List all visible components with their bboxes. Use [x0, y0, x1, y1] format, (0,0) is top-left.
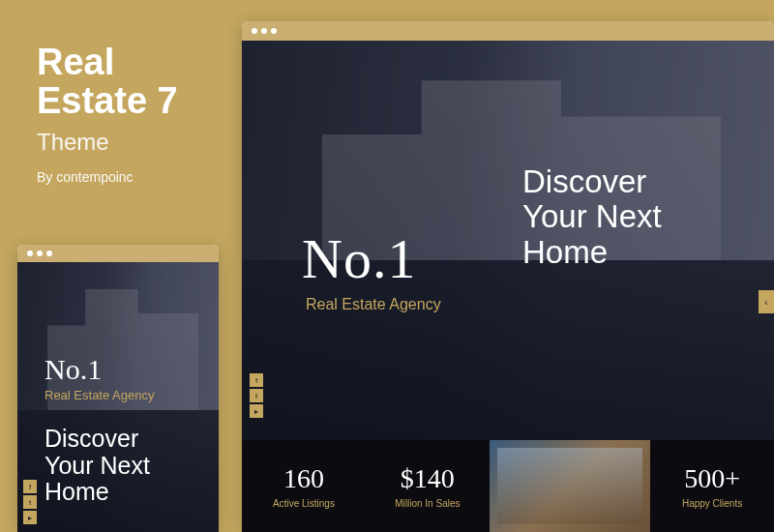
- hero-section: No.1 Real Estate Agency Discover Your Ne…: [17, 262, 219, 532]
- agency-tagline: Real Estate Agency: [306, 296, 441, 313]
- product-subtitle: Theme: [37, 129, 178, 156]
- product-title: Real Estate 7: [37, 44, 178, 121]
- product-byline: By contempoinc: [37, 169, 178, 185]
- hero-headline: Discover Your Next Home: [522, 164, 662, 270]
- stat-number: 160: [283, 463, 324, 494]
- stat-label: Happy Clients: [682, 498, 742, 509]
- facebook-icon[interactable]: f: [23, 480, 37, 493]
- headline-line-1: Discover: [522, 163, 646, 199]
- product-info: Real Estate 7 Theme By contempoinc: [37, 44, 178, 185]
- facebook-icon[interactable]: f: [250, 373, 263, 387]
- traffic-light-icon: [252, 28, 257, 34]
- hero-content: No.1 Real Estate Agency Discover Your Ne…: [17, 262, 219, 532]
- stat-million-sales: $140 Million In Sales: [366, 440, 490, 532]
- rank-heading: No.1: [45, 353, 199, 386]
- title-line-1: Real: [37, 42, 114, 82]
- youtube-icon[interactable]: ▸: [250, 404, 263, 418]
- headline-line-2: Your Next: [522, 198, 662, 234]
- mobile-preview-window: No.1 Real Estate Agency Discover Your Ne…: [17, 245, 219, 532]
- stat-number: 500+: [684, 463, 740, 494]
- window-titlebar: [242, 21, 774, 41]
- hero-headline: Discover Your Next Home: [45, 426, 199, 506]
- traffic-light-icon: [271, 28, 277, 34]
- stat-label: Million In Sales: [395, 498, 460, 509]
- title-line-2: Estate 7: [37, 80, 178, 121]
- twitter-icon[interactable]: t: [23, 495, 37, 509]
- stat-happy-clients: 500+ Happy Clients: [650, 440, 774, 532]
- social-buttons: f t ▸: [250, 373, 263, 418]
- window-titlebar: [17, 245, 219, 262]
- twitter-icon[interactable]: t: [250, 389, 263, 402]
- traffic-light-icon: [261, 28, 267, 34]
- stat-number: $140: [401, 463, 455, 494]
- headline-line-3: Home: [522, 234, 608, 270]
- hero-section: No.1 Real Estate Agency Discover Your Ne…: [242, 41, 774, 440]
- desktop-preview-window: No.1 Real Estate Agency Discover Your Ne…: [242, 21, 774, 532]
- traffic-light-icon: [37, 251, 43, 256]
- stats-row: 160 Active Listings $140 Million In Sale…: [242, 440, 774, 532]
- hero-content: No.1 Real Estate Agency Discover Your Ne…: [242, 41, 774, 440]
- rank-heading: No.1: [302, 226, 416, 291]
- traffic-light-icon: [27, 251, 33, 256]
- stat-feature-image: [490, 440, 650, 532]
- stat-active-listings: 160 Active Listings: [242, 440, 366, 532]
- agency-tagline: Real Estate Agency: [45, 388, 199, 402]
- carousel-prev-button[interactable]: ‹: [759, 290, 774, 313]
- social-buttons: f t ▸: [23, 480, 37, 524]
- headline-line-2: Your Next: [45, 452, 150, 479]
- headline-line-1: Discover: [45, 425, 138, 452]
- traffic-light-icon: [46, 251, 52, 256]
- youtube-icon[interactable]: ▸: [23, 511, 37, 524]
- stat-label: Active Listings: [273, 498, 335, 509]
- headline-line-3: Home: [45, 478, 109, 505]
